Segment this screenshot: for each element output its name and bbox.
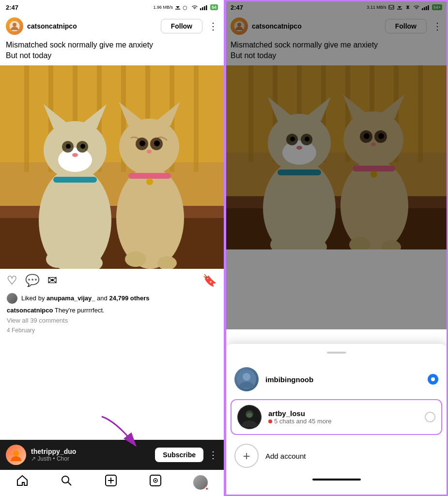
liker-name[interactable]: anupama_vijay_ — [46, 294, 95, 302]
account-item-artby-losu[interactable]: artby_losu 5 chats and 45 more — [231, 399, 442, 435]
svg-point-29 — [72, 153, 78, 157]
svg-rect-4 — [204, 6, 205, 10]
notification-dot — [205, 487, 209, 491]
svg-rect-3 — [202, 7, 203, 10]
account-info-artby-losu: artby_losu 5 chats and 45 more — [268, 409, 418, 425]
svg-point-39 — [147, 150, 152, 154]
like-icon[interactable]: ♡ — [7, 274, 17, 287]
arrow-indicator — [97, 412, 155, 457]
svg-point-42 — [46, 250, 70, 268]
add-account-item[interactable]: + Add account — [225, 437, 448, 475]
account-name-artby-losu: artby_losu — [268, 409, 418, 418]
svg-rect-2 — [200, 8, 201, 10]
status-bar-left: 2:47 1.96 MB/s ⬡ 54 — [0, 0, 224, 14]
like-count: 24,799 others — [109, 294, 149, 302]
svg-point-103 — [243, 373, 250, 381]
caption-username[interactable]: catsoncatnipco — [7, 307, 53, 314]
svg-rect-10 — [24, 65, 29, 172]
nav-reels-icon[interactable] — [149, 474, 162, 490]
caption-row: catsoncatnipco They're purrrrfect. — [0, 306, 224, 315]
svg-rect-5 — [206, 5, 207, 10]
add-account-icon: + — [234, 444, 259, 468]
share-icon[interactable]: ✉ — [47, 274, 57, 287]
view-comments-link[interactable]: View all 39 comments — [0, 315, 224, 326]
likes-text: Liked by anupama_vijay_ and 24,799 other… — [21, 294, 150, 302]
svg-rect-30 — [53, 177, 97, 183]
suggestion-more-dots[interactable]: ⋮ — [208, 449, 218, 461]
bookmark-icon[interactable]: 🔖 — [202, 274, 217, 287]
svg-point-32 — [119, 119, 179, 175]
svg-rect-17 — [194, 65, 199, 172]
svg-rect-9 — [0, 65, 224, 162]
account-switcher-sheet: imbibingnoob artby_losu 5 chats and 45 — [225, 344, 448, 496]
home-indicator-right — [225, 475, 448, 484]
likes-row: Liked by anupama_vijay_ and 24,799 other… — [0, 292, 224, 306]
svg-point-24 — [58, 148, 92, 172]
nav-search-icon[interactable] — [60, 474, 73, 490]
post-header-left: catsoncatnipco Follow ⋮ — [0, 14, 224, 39]
left-panel: 2:47 1.96 MB/s ⬡ 54 — [0, 0, 224, 496]
bluetooth-icon: ⬡ — [183, 4, 189, 10]
nav-create-icon[interactable] — [105, 474, 117, 490]
signal-icon — [200, 4, 209, 10]
svg-text:⬡: ⬡ — [183, 5, 187, 10]
svg-rect-0 — [175, 9, 180, 10]
account-radio-selected-imbibingnoob[interactable] — [428, 374, 438, 385]
svg-point-37 — [139, 140, 145, 146]
post-caption-above-left: Mismatched sock normally give me anxiety… — [0, 39, 224, 65]
svg-point-54 — [154, 480, 156, 481]
download-icon — [174, 4, 181, 10]
profile-avatar-left[interactable] — [6, 17, 23, 35]
follow-button-left[interactable]: Follow — [161, 19, 202, 33]
status-time-left: 2:47 — [6, 4, 18, 11]
account-radio-empty-artby-losu[interactable] — [425, 412, 435, 422]
nav-home-icon[interactable] — [16, 474, 29, 490]
svg-point-28 — [80, 144, 85, 149]
post-date: 4 February — [0, 326, 224, 338]
account-avatar-artby-losu — [237, 405, 262, 429]
comment-icon[interactable]: 💬 — [25, 274, 40, 287]
suggestion-avatar[interactable] — [6, 445, 26, 465]
dimmed-overlay — [225, 0, 448, 329]
post-image-left — [0, 65, 224, 269]
username-left[interactable]: catsoncatnipco — [27, 22, 157, 30]
svg-point-106 — [247, 413, 252, 418]
svg-point-7 — [13, 23, 16, 27]
svg-rect-40 — [128, 173, 171, 179]
account-sub-artby-losu: 5 chats and 45 more — [268, 418, 418, 425]
svg-point-38 — [154, 140, 160, 146]
add-account-label[interactable]: Add account — [265, 452, 306, 460]
network-speed-left: 1.96 MB/s — [153, 5, 173, 10]
svg-point-41 — [146, 178, 153, 185]
status-icons-left: 1.96 MB/s ⬡ 54 — [153, 4, 218, 10]
svg-point-27 — [66, 144, 71, 149]
account-item-imbibingnoob[interactable]: imbibingnoob — [225, 361, 448, 397]
svg-line-48 — [68, 482, 71, 485]
more-options-left[interactable]: ⋮ — [208, 20, 218, 32]
right-panel: 2:47 3.11 MB/s 54+ — [224, 0, 448, 496]
liker-avatar — [7, 293, 17, 304]
account-name-imbibingnoob: imbibingnoob — [265, 375, 421, 384]
svg-rect-19 — [0, 206, 224, 218]
sheet-handle — [327, 352, 346, 354]
svg-point-46 — [13, 450, 19, 456]
notification-dot-artby — [268, 419, 272, 423]
wifi-icon — [191, 4, 199, 10]
post-actions-left: ♡ 💬 ✉ 🔖 — [0, 269, 224, 292]
battery-left: 54 — [210, 4, 218, 10]
home-line — [312, 479, 361, 480]
subscribe-button[interactable]: Subscribe — [155, 448, 203, 462]
account-avatar-imbibingnoob — [234, 367, 259, 391]
nav-profile-avatar[interactable] — [193, 475, 208, 490]
bottom-nav-left — [0, 470, 224, 496]
svg-point-47 — [62, 476, 69, 483]
svg-point-44 — [125, 251, 146, 267]
svg-rect-18 — [0, 216, 224, 269]
account-info-imbibingnoob: imbibingnoob — [265, 375, 421, 384]
caption-text: They're purrrrfect. — [55, 307, 105, 314]
